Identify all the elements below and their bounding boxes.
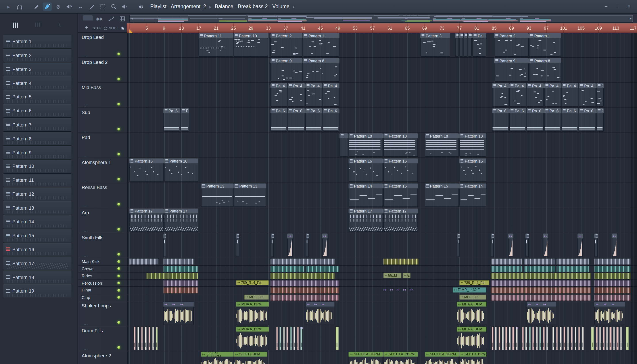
track-name[interactable]: Drop Lead 2: [82, 60, 108, 65]
pattern-strip-clip[interactable]: [306, 266, 339, 272]
track-lane[interactable]: Pa..6P..Pa..6Pa..6Pa..6Pa..6Pa..6Pa..6Pa…: [130, 108, 637, 132]
add-track-button[interactable]: +: [84, 24, 90, 30]
pattern-strip-clip[interactable]: [146, 273, 198, 279]
pattern-list-item[interactable]: Pattern 1: [3, 35, 72, 48]
pattern-clip[interactable]: Pattern 18: [460, 133, 486, 157]
pattern-clip[interactable]: Pa..4: [288, 83, 305, 107]
track-mute-led[interactable]: [118, 282, 120, 284]
pattern-clip[interactable]: P..: [596, 108, 604, 132]
node-link-icon[interactable]: [108, 16, 114, 22]
track-mute-led[interactable]: [118, 321, 120, 324]
pattern-clip[interactable]: P..: [596, 83, 604, 107]
drum-fill-clip[interactable]: [532, 327, 534, 350]
drum-fill-clip[interactable]: [571, 327, 573, 350]
track-mute-led[interactable]: [118, 178, 120, 181]
pattern-clip[interactable]: Pa..4: [562, 83, 578, 107]
slice-icon[interactable]: [87, 2, 96, 10]
track-lane[interactable]: Pattern 11Pattern 10Pattern 2Pattern 1Pa…: [130, 33, 637, 57]
track-name[interactable]: Shaker Loops: [82, 303, 111, 308]
track-header[interactable]: Atomsphere 2...: [78, 351, 128, 364]
pattern-strip-clip[interactable]: [270, 273, 335, 279]
pattern-clip[interactable]: Pa..4: [492, 83, 509, 107]
track-mute-led[interactable]: [118, 253, 120, 256]
arrangement-overview-scrollbar[interactable]: ◂ ▸: [130, 15, 634, 22]
pattern-list-item[interactable]: Pattern 17: [3, 257, 72, 270]
track-lane[interactable]: ↦55..M↦5..: [130, 272, 637, 279]
pattern-strip-clip[interactable]: [594, 273, 631, 279]
pattern-clip[interactable]: Pattern 14: [348, 183, 383, 207]
track-mute-led[interactable]: [118, 78, 120, 80]
pattern-strip-clip[interactable]: [130, 258, 158, 265]
audio-label-clip[interactable]: ↦MH.._O2: [460, 294, 486, 300]
pattern-clip[interactable]: Pattern 17: [383, 208, 418, 232]
pattern-clip[interactable]: Pattern 17: [164, 208, 198, 232]
audio-clip[interactable]: ↦SLCTD A...8BPM: [201, 352, 234, 364]
pattern-clip[interactable]: Pattern 8: [303, 58, 340, 82]
track-name[interactable]: Percussion: [82, 281, 102, 285]
drum-fill-clip[interactable]: [502, 327, 504, 350]
delete-icon[interactable]: ⊘: [54, 2, 63, 10]
mini-pattern-clip[interactable]: [455, 33, 458, 56]
track-header[interactable]: Drop Lead 2...: [78, 58, 128, 82]
track-lane[interactable]: [130, 258, 637, 265]
audio-label-clip[interactable]: ↦5..: [402, 273, 410, 278]
drum-fill-clip[interactable]: [498, 327, 500, 350]
track-name[interactable]: Pad: [82, 135, 90, 140]
pattern-clip[interactable]: Pattern 16: [348, 158, 383, 182]
pattern-clip[interactable]: Pattern 10: [234, 33, 268, 56]
track-mute-led[interactable]: [118, 152, 120, 156]
pattern-strip-clip[interactable]: [594, 280, 631, 286]
track-lane[interactable]: ↦ ↦ ↦ ↦ ↦ ↦ ↦↦TJMP_..r 32 F: [130, 287, 637, 294]
audio-clip[interactable]: ↦SLCTD A..2BPM: [383, 352, 418, 364]
pattern-strip-clip[interactable]: [163, 287, 198, 294]
track-mute-led[interactable]: [118, 203, 120, 206]
pattern-clip[interactable]: Pattern 13: [201, 183, 234, 207]
track-lane[interactable]: Pattern 16Pattern 16Pattern 16Pattern 16…: [130, 158, 637, 182]
pattern-list-item[interactable]: Pattern 14: [3, 215, 72, 228]
pattern-clip[interactable]: Pattern 16: [383, 158, 418, 182]
drum-fill-clip[interactable]: [516, 327, 518, 350]
pattern-list-item[interactable]: Pattern 13: [3, 201, 72, 214]
drum-fill-clip[interactable]: [286, 327, 288, 350]
drum-fill-clip[interactable]: [626, 327, 629, 350]
pattern-clip[interactable]: Pa..6: [510, 108, 526, 132]
pattern-clip[interactable]: Pattern 2: [270, 33, 302, 56]
pattern-strip-clip[interactable]: [270, 266, 304, 272]
track-header[interactable]: Synth Fills...: [78, 233, 128, 258]
track-mute-led[interactable]: [118, 228, 120, 231]
pattern-clip[interactable]: Pa..6: [492, 108, 509, 132]
riser-clip[interactable]: ↦: [612, 234, 617, 257]
audio-clip[interactable]: ↦SLCTD..BPM: [460, 352, 486, 364]
track-name[interactable]: Main Kick: [82, 259, 99, 264]
drum-fill-clip[interactable]: [336, 327, 339, 350]
pattern-clip[interactable]: Pa..6: [544, 108, 561, 132]
track-lane[interactable]: Pattern 18Pattern 18Pattern 18Pattern 18: [130, 133, 637, 158]
track-lane[interactable]: ↦MH.._O2↦MH.._O2: [130, 294, 637, 301]
drum-fill-clip[interactable]: [578, 327, 580, 350]
playback-icon[interactable]: [120, 2, 130, 10]
drum-fill-clip[interactable]: [536, 327, 538, 350]
audio-label-clip[interactable]: ↦MH.._O2: [244, 294, 269, 300]
drum-fill-clip[interactable]: [606, 327, 608, 350]
pattern-clip[interactable]: Pattern 18: [383, 133, 418, 157]
track-mute-led[interactable]: [118, 260, 120, 263]
pattern-clip[interactable]: Pattern 9: [494, 58, 528, 82]
slip-icon[interactable]: ↔: [76, 2, 85, 10]
track-mute-led[interactable]: [118, 128, 120, 130]
pattern-clip[interactable]: Pa..6: [527, 108, 544, 132]
track-header[interactable]: Atomsphere 1...: [78, 158, 128, 182]
track-lane[interactable]: [130, 265, 637, 272]
drum-fill-clip[interactable]: [620, 327, 622, 350]
performance-mode-icon[interactable]: ◆◆: [96, 16, 102, 21]
pattern-clip[interactable]: Pa..6: [270, 108, 288, 132]
track-name[interactable]: Mid Bass: [82, 85, 101, 90]
track-name[interactable]: Rides: [82, 274, 92, 278]
drum-fill-clip[interactable]: [294, 327, 295, 350]
pattern-list-item[interactable]: Pattern 12: [3, 187, 72, 200]
pattern-strip-clip[interactable]: [270, 294, 340, 300]
drum-fill-clip[interactable]: [152, 327, 154, 350]
fill-clip[interactable]: [457, 234, 460, 257]
track-mute-led[interactable]: [118, 102, 120, 106]
pattern-clip[interactable]: Pattern 14: [460, 183, 486, 207]
audio-clip[interactable]: ↦MHA A..BPM: [236, 327, 269, 350]
